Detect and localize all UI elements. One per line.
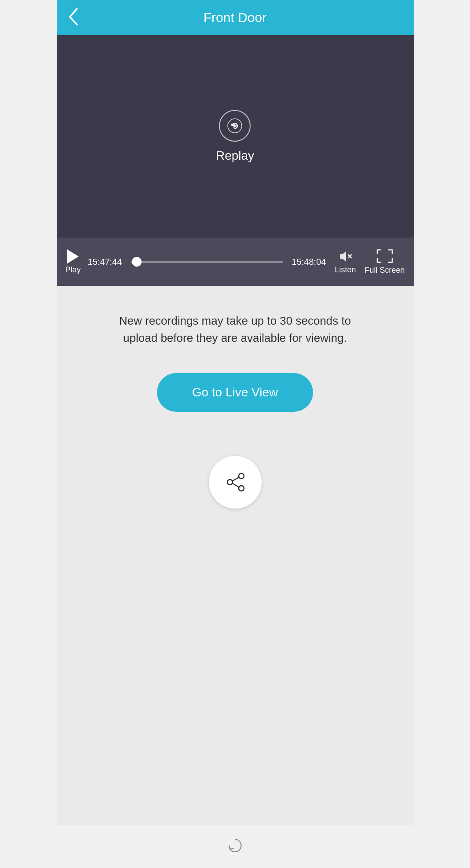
svg-line-8: [233, 477, 239, 481]
fullscreen-button[interactable]: Full Screen: [364, 249, 404, 275]
listen-button[interactable]: Listen: [335, 249, 356, 275]
replay-label: Replay: [216, 149, 254, 163]
time-start: 15:47:44: [88, 257, 122, 267]
video-area: Replay: [57, 35, 414, 238]
volume-muted-icon: [338, 249, 352, 264]
svg-line-9: [233, 483, 239, 487]
play-button[interactable]: Play: [66, 249, 81, 275]
header: Front Door: [57, 0, 414, 35]
play-label: Play: [66, 265, 81, 275]
share-icon: [223, 470, 248, 494]
scrubber-thumb[interactable]: [132, 257, 142, 267]
scrubber-track[interactable]: [131, 261, 283, 263]
go-to-live-view-button[interactable]: Go to Live View: [157, 373, 313, 412]
content-area: New recordings may take up to 30 seconds…: [57, 286, 414, 824]
app-container: Front Door Replay Play: [57, 0, 414, 868]
replay-button[interactable]: [219, 110, 251, 142]
svg-point-6: [239, 486, 244, 491]
refresh-button[interactable]: [226, 836, 245, 857]
scrubber-container[interactable]: [131, 261, 283, 263]
fullscreen-label: Full Screen: [364, 266, 404, 275]
page-title: Front Door: [204, 10, 266, 25]
replay-button-container: Replay: [216, 110, 254, 163]
back-button[interactable]: [67, 7, 80, 29]
controls-bar: Play 15:47:44 15:48:04 Listen: [57, 238, 414, 286]
play-icon: [67, 249, 79, 264]
svg-point-7: [227, 480, 233, 485]
svg-marker-2: [340, 251, 346, 262]
info-text: New recordings may take up to 30 seconds…: [108, 312, 363, 347]
svg-point-5: [239, 473, 244, 479]
share-button[interactable]: [209, 456, 262, 509]
bottom-bar: [57, 824, 414, 868]
listen-label: Listen: [335, 265, 356, 275]
time-end: 15:48:04: [292, 257, 326, 267]
fullscreen-icon: [376, 249, 393, 264]
refresh-icon: [226, 836, 245, 855]
